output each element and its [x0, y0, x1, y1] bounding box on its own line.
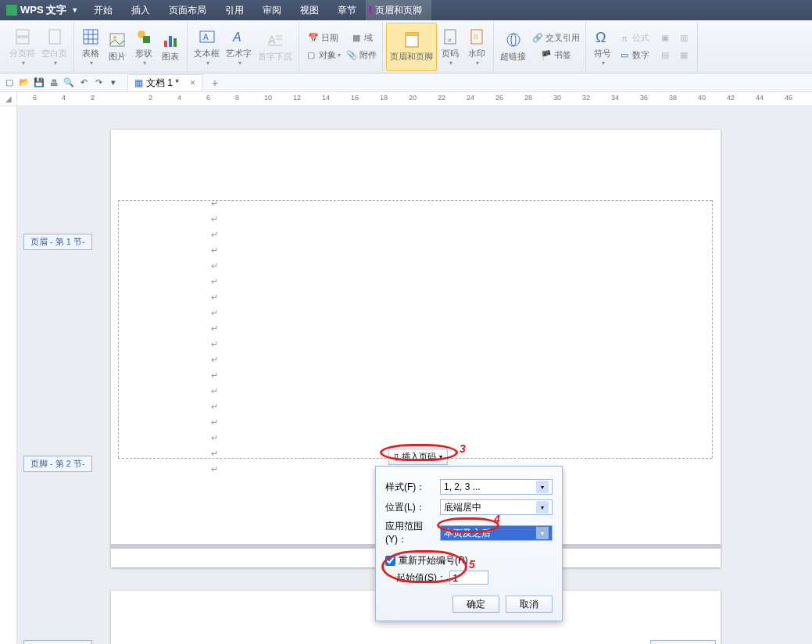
field-icon: ▦: [350, 32, 363, 45]
wordart-button[interactable]: A艺术字▾: [223, 23, 255, 71]
shapes-button[interactable]: 形状▾: [131, 23, 157, 71]
ruler-corner: ◢: [0, 92, 17, 106]
page-break-button[interactable]: 分页符▾: [6, 23, 38, 71]
misc4-button[interactable]: ▦: [675, 47, 694, 64]
document-tab[interactable]: ▦ 文档 1 * ×: [127, 74, 202, 91]
misc2-icon: ▤: [659, 49, 671, 62]
svg-text:a: a: [474, 32, 478, 41]
ribbon: 分页符▾ 空白页▾ 表格▾ 图片 形状▾ 图表 A文本框▾ A艺术字▾ A首字下…: [0, 20, 812, 73]
app-dropdown-icon[interactable]: ▼: [71, 6, 78, 14]
open-icon[interactable]: 📂: [18, 77, 30, 89]
picture-icon: [108, 30, 127, 49]
svg-text:A: A: [203, 33, 209, 41]
menu-tab-view[interactable]: 视图: [291, 0, 328, 20]
misc1-button[interactable]: ▣: [656, 30, 675, 47]
ok-button[interactable]: 确定: [453, 596, 499, 613]
doc-tab-name: 文档 1 *: [146, 77, 179, 90]
menu-tab-headerfooter[interactable]: 页眉和页脚: [366, 0, 431, 20]
position-label: 位置(L)：: [385, 501, 440, 514]
equation-button[interactable]: π公式: [616, 30, 652, 47]
menu-tab-review[interactable]: 审阅: [253, 0, 291, 20]
ribbon-group-links: 超链接 🔗交叉引用 🏴书签: [494, 22, 586, 71]
menu-tab-reference[interactable]: 引用: [216, 0, 253, 20]
menu-tab-pagelayout[interactable]: 页面布局: [159, 0, 216, 20]
style-label: 样式(F)：: [385, 481, 440, 494]
shapes-icon: [134, 27, 153, 46]
blank-page-button[interactable]: 空白页▾: [38, 23, 70, 71]
qat-dropdown-icon[interactable]: ▾: [107, 77, 120, 89]
doc-icon: ▦: [134, 77, 143, 88]
svg-rect-1: [16, 38, 29, 44]
chevron-down-icon: ▾: [22, 59, 25, 66]
save-icon[interactable]: 💾: [33, 77, 45, 89]
restart-numbering-row: 重新开始编号(R): [385, 554, 553, 567]
misc1-icon: ▣: [659, 32, 671, 45]
chart-icon: [161, 30, 180, 49]
scope-select[interactable]: 本页及之后▾: [440, 525, 553, 541]
menu-tab-insert[interactable]: 插入: [122, 0, 159, 20]
close-tab-icon[interactable]: ×: [190, 77, 195, 88]
symbol-button[interactable]: Ω符号▾: [589, 23, 616, 71]
menu-tab-start[interactable]: 开始: [84, 0, 122, 20]
dropcap-button[interactable]: A首字下沉: [255, 23, 295, 71]
chevron-down-icon: ▾: [338, 52, 341, 59]
chevron-down-icon: ▾: [54, 59, 57, 66]
textbox-button[interactable]: A文本框▾: [191, 23, 223, 71]
cancel-button[interactable]: 取消: [506, 596, 553, 613]
object-icon: ▢: [305, 49, 317, 62]
bookmark-button[interactable]: 🏴书签: [529, 47, 582, 64]
document-canvas[interactable]: 页眉 - 第 1 节- 页脚 - 第 2 节- ↵↵↵↵↵↵↵↵↵↵↵↵↵↵↵↵…: [17, 106, 812, 644]
chart-button[interactable]: 图表: [157, 23, 184, 71]
start-value-input[interactable]: [449, 571, 488, 585]
restart-label: 重新开始编号(R): [399, 554, 468, 567]
chevron-down-icon: ▾: [143, 59, 146, 66]
picture-button[interactable]: 图片: [104, 23, 131, 71]
position-select[interactable]: 底端居中▾: [440, 499, 553, 515]
header-footer-button[interactable]: 页眉和页脚: [386, 23, 437, 71]
ribbon-group-text: A文本框▾ A艺术字▾ A首字下沉: [188, 22, 299, 71]
table-button[interactable]: 表格▾: [77, 23, 104, 71]
date-button[interactable]: 📅日期: [302, 30, 343, 47]
redo-icon[interactable]: ↷: [92, 77, 105, 89]
object-button[interactable]: ▢对象▾: [302, 47, 343, 64]
ribbon-group-pages: 分页符▾ 空白页▾: [3, 22, 74, 71]
svg-rect-3: [84, 30, 98, 44]
app-title[interactable]: WPS 文字 ▼: [0, 0, 84, 20]
chevron-down-icon: ▾: [476, 59, 479, 66]
number-button[interactable]: ▭数字: [616, 47, 652, 64]
svg-point-29: [511, 34, 516, 46]
ruler-scale[interactable]: 6422468101214161820222426283032343638404…: [17, 92, 812, 106]
field-button[interactable]: ▦域: [343, 30, 379, 47]
blank-page-icon: [45, 27, 64, 46]
add-tab-button[interactable]: +: [212, 77, 218, 89]
new-doc-icon[interactable]: ▢: [3, 77, 16, 89]
watermark-button[interactable]: a水印▾: [463, 23, 490, 71]
menu-tabs: 开始 插入 页面布局 引用 审阅 视图 章节 页眉和页脚: [84, 0, 431, 20]
undo-icon[interactable]: ↶: [77, 77, 90, 89]
style-select[interactable]: 1, 2, 3 ...▾: [440, 479, 553, 495]
watermark-icon: a: [467, 27, 486, 46]
misc3-button[interactable]: ▥: [675, 30, 694, 47]
menu-tab-section[interactable]: 章节: [328, 0, 366, 20]
insert-page-number-dropdown[interactable]: ▯ 插入页码 ▾: [388, 449, 448, 465]
chevron-down-icon: ▾: [238, 59, 241, 66]
attachment-button[interactable]: 📎附件: [343, 47, 379, 64]
print-preview-icon[interactable]: 🔍: [63, 77, 75, 89]
ribbon-group-fields: 📅日期 ▢对象▾ ▦域 📎附件: [299, 22, 383, 71]
print-icon[interactable]: 🖶: [48, 77, 60, 89]
insert-page-number-dialog: 样式(F)： 1, 2, 3 ...▾ 位置(L)： 底端居中▾ 应用范围(Y)…: [375, 466, 563, 621]
omega-icon: Ω: [593, 27, 612, 46]
restart-checkbox[interactable]: [385, 556, 395, 566]
misc2-button[interactable]: ▤: [656, 47, 675, 64]
vertical-ruler[interactable]: [0, 106, 17, 644]
cross-reference-button[interactable]: 🔗交叉引用: [529, 30, 582, 47]
svg-rect-11: [143, 36, 150, 43]
page-number-button[interactable]: #页码▾: [437, 23, 463, 71]
chevron-down-icon: ▾: [536, 481, 549, 493]
position-row: 位置(L)： 底端居中▾: [385, 499, 553, 515]
chevron-down-icon: ▾: [449, 59, 453, 66]
svg-rect-0: [16, 30, 29, 36]
hyperlink-button[interactable]: 超链接: [497, 23, 529, 71]
horizontal-ruler: ◢ 64224681012141618202224262830323436384…: [0, 92, 812, 106]
table-icon: [81, 27, 100, 46]
